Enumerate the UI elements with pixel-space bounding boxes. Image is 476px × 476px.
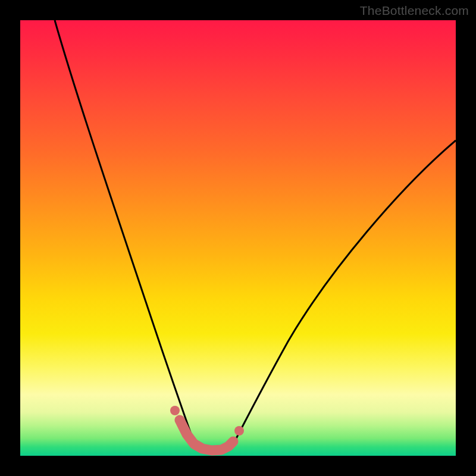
- right-curve: [231, 140, 456, 447]
- trough-dot-left: [170, 406, 180, 415]
- plot-area: [20, 20, 456, 456]
- chart-frame: TheBottleneck.com: [0, 0, 476, 476]
- trough-dot-right: [234, 426, 244, 436]
- left-curve: [55, 20, 196, 447]
- watermark-text: TheBottleneck.com: [360, 4, 469, 18]
- chart-svg: [20, 20, 456, 456]
